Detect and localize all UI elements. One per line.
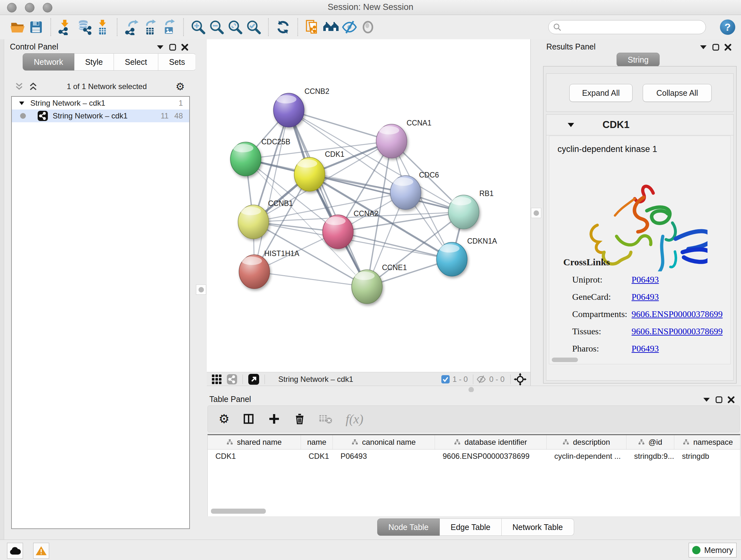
column-header-shared-name[interactable]: shared name: [208, 435, 301, 449]
tab-node-table[interactable]: Node Table: [377, 518, 440, 536]
cloud-status-button[interactable]: [7, 543, 23, 559]
tab-network-table[interactable]: Network Table: [502, 518, 574, 536]
delete-column-icon[interactable]: [293, 413, 306, 425]
import-network-from-file-button[interactable]: [56, 18, 75, 37]
network-edge[interactable]: [254, 272, 367, 287]
network-canvas[interactable]: CCNB2CCNA1CDC25BCDK1CDC6RB1CCNB1CCNA2CDK…: [207, 39, 530, 372]
column-header-database-identifier[interactable]: database identifier: [435, 435, 547, 449]
crosslink-link[interactable]: P06493: [631, 292, 659, 302]
memory-button[interactable]: Memory: [689, 543, 737, 557]
selected-nodes-checkbox-icon[interactable]: [441, 375, 450, 384]
function-builder-icon[interactable]: f(x): [346, 412, 363, 427]
zoom-fit-button[interactable]: [226, 18, 245, 37]
export-table-button[interactable]: [141, 18, 159, 37]
network-node-CCNB2[interactable]: [273, 93, 310, 127]
save-session-button[interactable]: [27, 18, 45, 37]
network-node-CCNB1[interactable]: [238, 205, 269, 239]
add-column-icon[interactable]: [268, 413, 280, 425]
zoom-out-button[interactable]: [207, 18, 226, 37]
show-all-button[interactable]: [359, 18, 377, 37]
left-splitter[interactable]: [195, 39, 207, 386]
table-options-gear-icon[interactable]: ⚙: [219, 412, 229, 426]
network-edge[interactable]: [254, 110, 289, 272]
table-cell[interactable]: cyclin-dependent ...: [547, 449, 626, 463]
tree-expander-icon[interactable]: [19, 101, 24, 105]
birdseye-grid-icon[interactable]: [211, 374, 222, 385]
new-network-from-selection-button[interactable]: [303, 18, 322, 37]
right-splitter[interactable]: [530, 39, 542, 386]
tab-edge-table[interactable]: Edge Table: [440, 518, 502, 536]
network-edge[interactable]: [289, 110, 367, 287]
network-node-CDC25B[interactable]: [230, 142, 267, 176]
export-image-button[interactable]: [159, 18, 178, 37]
network-node-CDKN1A[interactable]: [436, 242, 467, 276]
network-row-selected[interactable]: String Network – cdk1 11 48: [12, 110, 189, 122]
column-header-name[interactable]: name: [301, 435, 333, 449]
crosslink-link[interactable]: P06493: [631, 344, 659, 354]
zoom-in-button[interactable]: [189, 18, 207, 37]
collapse-panel-icon[interactable]: [699, 45, 707, 50]
expand-all-networks-icon[interactable]: [14, 82, 24, 91]
crosslink-link[interactable]: 9606.ENSP00000378699: [631, 326, 723, 336]
close-panel-icon[interactable]: [181, 44, 188, 51]
tab-style[interactable]: Style: [74, 53, 114, 71]
open-view-in-window-icon[interactable]: [248, 374, 259, 385]
help-button[interactable]: ?: [720, 19, 735, 35]
network-graph[interactable]: CCNB2CCNA1CDC25BCDK1CDC6RB1CCNB1CCNA2CDK…: [207, 39, 530, 372]
expand-all-button[interactable]: Expand All: [569, 84, 632, 102]
tab-string[interactable]: String: [616, 53, 660, 67]
import-table-from-file-button[interactable]: [93, 18, 112, 37]
close-panel-icon[interactable]: [724, 44, 731, 51]
table-cell[interactable]: stringdb:9...: [626, 449, 674, 463]
horizontal-splitter[interactable]: [207, 386, 741, 392]
float-panel-icon[interactable]: [716, 396, 723, 403]
group-nodes-button[interactable]: [322, 18, 340, 37]
network-node-CCNE1[interactable]: [352, 270, 389, 304]
tab-network[interactable]: Network: [23, 53, 74, 71]
table-cell[interactable]: CDK1: [208, 449, 301, 463]
network-node-CDC6[interactable]: [390, 176, 423, 209]
table-cell[interactable]: 9606.ENSP00000378699: [435, 449, 547, 463]
collapse-all-networks-icon[interactable]: [28, 82, 38, 91]
network-node-CDK1[interactable]: [294, 158, 333, 191]
tab-sets[interactable]: Sets: [158, 53, 196, 71]
hide-selection-button[interactable]: [340, 18, 359, 37]
collapse-panel-icon[interactable]: [156, 45, 164, 50]
table-cell[interactable]: CDK1: [301, 449, 333, 463]
navigator-crosshair-icon[interactable]: [514, 373, 527, 386]
table-cell[interactable]: P06493: [333, 449, 435, 463]
table-cell[interactable]: stringdb: [674, 449, 740, 463]
apply-preferred-layout-button[interactable]: [274, 18, 292, 37]
close-panel-icon[interactable]: [728, 396, 735, 403]
import-network-from-database-button[interactable]: [75, 18, 93, 37]
search-input[interactable]: [564, 22, 705, 32]
column-header-@id[interactable]: @id: [626, 435, 674, 449]
warnings-button[interactable]: [33, 543, 49, 559]
collapse-panel-icon[interactable]: [703, 397, 711, 402]
crosslink-link[interactable]: P06493: [631, 274, 659, 285]
gene-section-header[interactable]: CDK1: [546, 115, 733, 135]
export-network-button[interactable]: [123, 18, 141, 37]
table-row[interactable]: CDK1CDK1P064939606.ENSP00000378699cyclin…: [208, 449, 740, 463]
section-expander-icon[interactable]: [567, 123, 575, 127]
network-collection-row[interactable]: String Network – cdk1 1: [12, 97, 189, 110]
column-header-namespace[interactable]: namespace: [674, 435, 740, 449]
network-edge[interactable]: [338, 232, 452, 259]
column-header-description[interactable]: description: [547, 435, 626, 449]
table-horizontal-scrollbar[interactable]: [211, 509, 266, 514]
float-panel-icon[interactable]: [712, 44, 719, 51]
show-columns-icon[interactable]: [242, 413, 255, 425]
network-node-RB1[interactable]: [448, 195, 484, 229]
crosslink-link[interactable]: 9606.ENSP00000378699: [631, 309, 723, 319]
column-header-canonical-name[interactable]: canonical name: [333, 435, 435, 449]
left-splitter-handle[interactable]: [196, 285, 206, 295]
results-horizontal-scrollbar[interactable]: [552, 358, 578, 362]
network-list-options-gear-icon[interactable]: ⚙: [176, 80, 185, 92]
network-edge[interactable]: [289, 110, 392, 141]
network-node-CCNA2[interactable]: [323, 215, 361, 249]
zoom-selected-button[interactable]: [245, 18, 263, 37]
horizontal-splitter-handle[interactable]: [468, 387, 474, 392]
float-panel-icon[interactable]: [169, 44, 176, 51]
delete-table-icon[interactable]: [319, 413, 333, 425]
tab-select[interactable]: Select: [114, 53, 158, 71]
